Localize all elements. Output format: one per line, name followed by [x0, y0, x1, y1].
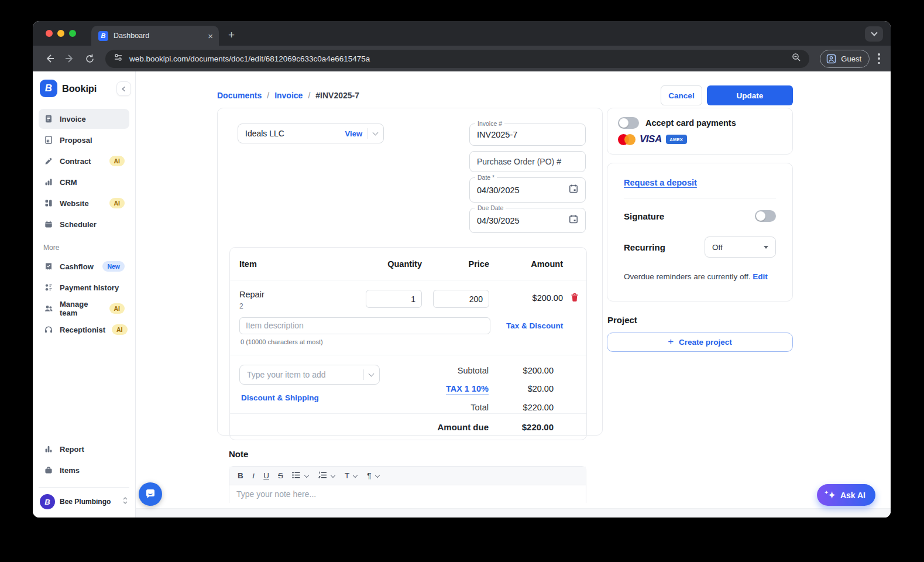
invoice-number-value: INV2025-7: [477, 130, 517, 139]
sidebar-item-label: Payment history: [60, 283, 119, 292]
tab-close-icon[interactable]: ×: [208, 32, 213, 40]
create-project-button[interactable]: + Create project: [607, 333, 793, 352]
recurring-value: Off: [712, 243, 764, 252]
sidebar-item-scheduler[interactable]: Scheduler: [39, 214, 129, 234]
browser-menu-button[interactable]: [878, 53, 880, 64]
window-close-button[interactable]: [46, 30, 53, 37]
invoice-number-field[interactable]: Invoice # INV2025-7: [469, 124, 586, 146]
delete-item-button[interactable]: [563, 290, 586, 302]
add-item-select[interactable]: [239, 365, 380, 385]
calendar-icon[interactable]: [569, 184, 578, 196]
calendar-icon[interactable]: [569, 214, 578, 227]
note-input[interactable]: [229, 485, 586, 503]
page-bottom-strip: [136, 508, 891, 518]
signature-toggle[interactable]: [755, 210, 776, 222]
sidebar-item-proposal[interactable]: Proposal: [39, 130, 129, 150]
ai-badge: AI: [109, 303, 125, 314]
workspace-switcher[interactable]: B Bee Plumbingo: [39, 493, 129, 512]
bullet-list-button[interactable]: [292, 471, 301, 481]
sidebar-item-payment-history[interactable]: Payment history: [39, 277, 129, 297]
sidebar-item-crm[interactable]: CRM: [39, 172, 129, 192]
sidebar-item-invoice[interactable]: Invoice: [39, 109, 129, 129]
date-field[interactable]: Date * 04/30/2025: [469, 177, 586, 203]
sidebar-item-cashflow[interactable]: Cashflow New: [39, 256, 129, 276]
customer-view-link[interactable]: View: [345, 129, 362, 138]
quantity-input[interactable]: [366, 290, 422, 308]
items-table-header: Item Quantity Price Amount: [230, 248, 586, 280]
bold-button[interactable]: B: [238, 471, 243, 480]
chat-widget-button[interactable]: [139, 482, 162, 506]
address-bar[interactable]: web.bookipi.com/documents/doc1/edit/6812…: [105, 50, 809, 68]
tax-discount-link[interactable]: Tax & Discount: [506, 321, 563, 330]
chevron-down-icon[interactable]: [331, 472, 335, 477]
reload-button[interactable]: [81, 50, 98, 67]
new-tab-button[interactable]: +: [228, 29, 235, 42]
sidebar-item-label: Cashflow: [60, 262, 94, 271]
item-description-input[interactable]: [239, 317, 490, 334]
sidebar-item-report[interactable]: Report: [39, 439, 129, 459]
bookipi-logo-icon: B: [40, 80, 57, 97]
sidebar-item-items[interactable]: Items: [39, 460, 129, 480]
sidebar-item-label: Scheduler: [60, 220, 97, 229]
chevron-down-icon[interactable]: [304, 472, 309, 477]
sidebar-item-label: Proposal: [60, 136, 92, 145]
app-frame: B Bookipi Invoice Proposal Contract AI C…: [33, 71, 891, 518]
total-label: Total: [446, 403, 489, 412]
item-name[interactable]: Repair: [239, 290, 366, 299]
profile-button[interactable]: Guest: [820, 50, 870, 68]
ordered-list-button[interactable]: [318, 471, 327, 481]
breadcrumb: Documents / Invoice / #INV2025-7: [217, 91, 359, 100]
recurring-label: Recurring: [624, 242, 665, 252]
price-input[interactable]: [433, 290, 489, 308]
request-deposit-link[interactable]: Request a deposit: [624, 178, 697, 187]
po-number-field[interactable]: Purchase Order (PO) #: [469, 151, 586, 172]
sidebar-item-contract[interactable]: Contract AI: [39, 151, 129, 171]
site-settings-icon[interactable]: [114, 53, 123, 64]
due-date-field[interactable]: Due Date 04/30/2025: [469, 208, 586, 233]
cashflow-icon: [43, 262, 53, 271]
overdue-edit-link[interactable]: Edit: [753, 272, 768, 281]
trash-icon: [571, 293, 579, 302]
discount-shipping-link[interactable]: Discount & Shipping: [241, 393, 319, 402]
breadcrumb-invoice[interactable]: Invoice: [274, 91, 303, 100]
ai-badge: AI: [109, 198, 125, 208]
browser-tab[interactable]: B Dashboard ×: [91, 26, 219, 46]
chevron-down-icon[interactable]: [353, 472, 358, 477]
italic-button[interactable]: I: [252, 471, 255, 481]
forward-button[interactable]: [61, 50, 78, 67]
sidebar-item-website[interactable]: Website AI: [39, 193, 129, 213]
strikethrough-button[interactable]: S: [278, 471, 283, 480]
items-icon: [43, 465, 53, 475]
add-item-input[interactable]: [241, 370, 358, 379]
card-payments-toggle[interactable]: [618, 117, 639, 129]
back-button[interactable]: [41, 50, 59, 67]
window-minimize-button[interactable]: [57, 30, 64, 37]
chevron-down-icon[interactable]: [375, 472, 379, 477]
sidebar-item-receptionist[interactable]: Receptionist AI: [39, 320, 129, 340]
zoom-icon[interactable]: [792, 53, 801, 64]
sidebar-more-label: More: [43, 244, 125, 252]
subtotal-value: $200.00: [489, 366, 554, 375]
window-zoom-button[interactable]: [69, 30, 76, 37]
ask-ai-label: Ask AI: [840, 491, 865, 500]
note-editor: B I U S T ¶: [229, 466, 586, 503]
invoice-icon: [43, 114, 53, 124]
breadcrumb-documents[interactable]: Documents: [217, 91, 262, 100]
tax-rate-link[interactable]: TAX 1 10%: [446, 384, 489, 395]
paragraph-button[interactable]: ¶: [367, 471, 371, 480]
sidebar-item-manage-team[interactable]: Manage team AI: [39, 299, 129, 318]
customer-select[interactable]: Ideals LLC View: [238, 124, 384, 143]
note-heading: Note: [229, 449, 603, 459]
sidebar-collapse-button[interactable]: [116, 81, 131, 96]
text-size-button[interactable]: T: [345, 471, 349, 480]
col-quantity: Quantity: [366, 259, 422, 269]
update-button[interactable]: Update: [707, 85, 793, 105]
sidebar-item-label: Items: [60, 466, 80, 475]
caret-down-icon: [764, 246, 768, 249]
underline-button[interactable]: U: [263, 471, 269, 480]
recurring-select[interactable]: Off: [705, 237, 776, 258]
cancel-button[interactable]: Cancel: [661, 85, 702, 105]
ask-ai-button[interactable]: ✦✦ Ask AI: [817, 484, 875, 506]
totals-section: Discount & Shipping Subtotal $200.00 TAX…: [230, 355, 586, 413]
tab-list-button[interactable]: [865, 26, 883, 42]
